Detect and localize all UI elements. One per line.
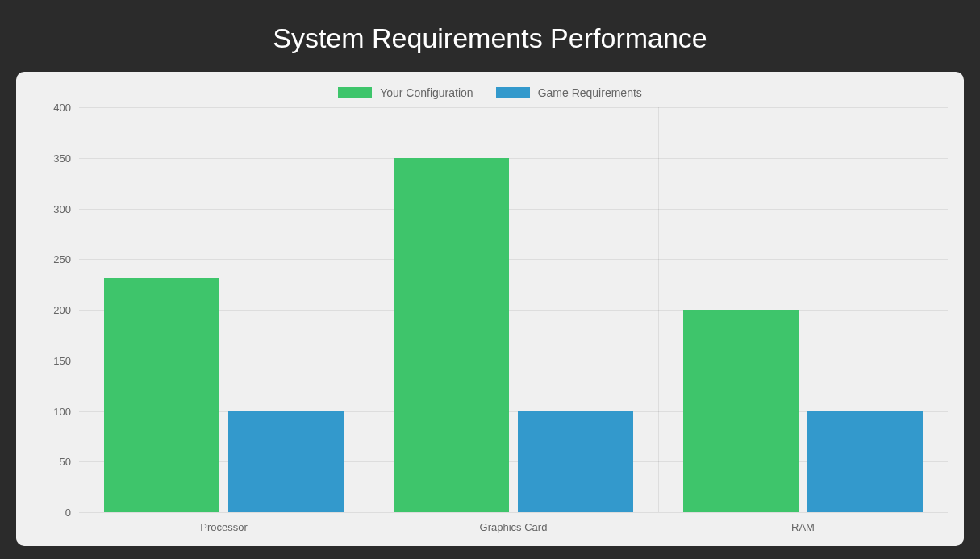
chart-plot-area: 050100150200250300350400ProcessorGraphic…	[79, 107, 948, 512]
bar-game-requirements[interactable]	[228, 411, 344, 513]
legend-item-game-requirements[interactable]: Game Requirements	[496, 86, 642, 99]
y-tick-label: 150	[39, 354, 71, 366]
gridline	[79, 512, 948, 513]
x-tick-label: Processor	[200, 521, 248, 533]
page-title: System Requirements Performance	[0, 0, 980, 72]
x-tick-label: Graphics Card	[480, 521, 548, 533]
legend-label: Your Configuration	[380, 86, 473, 99]
x-tick-label: RAM	[791, 521, 815, 533]
grid-vline	[658, 107, 659, 512]
legend-label: Game Requirements	[538, 86, 642, 99]
bar-game-requirements[interactable]	[518, 411, 634, 513]
gridline	[79, 158, 948, 159]
chart-legend: Your Configuration Game Requirements	[16, 72, 964, 99]
legend-swatch-green	[338, 87, 372, 98]
bar-game-requirements[interactable]	[807, 411, 924, 513]
y-tick-label: 50	[39, 456, 71, 468]
y-tick-label: 250	[39, 253, 71, 265]
gridline	[79, 107, 948, 108]
bar-your-configuration[interactable]	[104, 278, 220, 512]
bar-your-configuration[interactable]	[394, 158, 510, 512]
legend-swatch-blue	[496, 87, 530, 98]
gridline	[79, 209, 948, 210]
gridline	[79, 259, 948, 260]
y-tick-label: 200	[39, 304, 71, 316]
y-tick-label: 350	[39, 152, 71, 164]
bar-your-configuration[interactable]	[683, 310, 799, 512]
y-tick-label: 100	[39, 405, 71, 417]
legend-item-your-configuration[interactable]: Your Configuration	[338, 86, 473, 99]
y-tick-label: 300	[39, 202, 71, 215]
chart-card: Your Configuration Game Requirements 050…	[16, 72, 964, 546]
y-tick-label: 400	[39, 102, 71, 114]
grid-vline	[369, 107, 369, 512]
y-tick-label: 0	[39, 507, 71, 519]
